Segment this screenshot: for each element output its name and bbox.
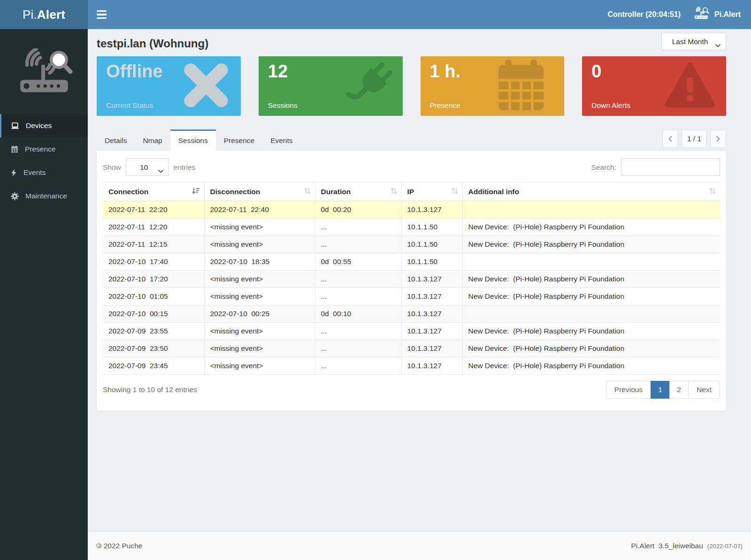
cell-info bbox=[462, 305, 720, 323]
device-indicator: Pi.Alert bbox=[693, 7, 741, 23]
table-row: 2022-07-10 01:05<missing event>...10.1.3… bbox=[103, 288, 720, 305]
version-date: (2022-07-07) bbox=[707, 543, 743, 550]
cell-connection: 2022-07-10 00:15 bbox=[103, 305, 204, 323]
tab-details[interactable]: Details bbox=[97, 129, 135, 151]
sidebar-item-maintenance[interactable]: Maintenance bbox=[0, 184, 88, 208]
page-2-button[interactable]: 2 bbox=[669, 381, 689, 399]
cell-duration: 0d 00:20 bbox=[315, 201, 401, 219]
period-select[interactable]: Last Month bbox=[661, 33, 726, 50]
device-label: Pi.Alert bbox=[714, 10, 741, 19]
cell-disconnection: <missing event> bbox=[204, 288, 315, 305]
sort-desc-icon bbox=[192, 188, 200, 197]
cell-ip: 10.1.3.127 bbox=[401, 357, 462, 375]
brand-bold: Alert bbox=[37, 8, 65, 22]
cell-disconnection: <missing event> bbox=[204, 271, 315, 288]
cell-connection: 2022-07-11 12:20 bbox=[103, 219, 204, 236]
copyright-text: © 2022 Puche bbox=[96, 542, 142, 550]
page-1-button[interactable]: 1 bbox=[651, 381, 670, 399]
table-row: 2022-07-09 23:50<missing event>...10.1.3… bbox=[103, 340, 720, 357]
next-page-button[interactable]: Next bbox=[688, 381, 720, 399]
sidebar-item-presence[interactable]: Presence bbox=[0, 137, 88, 161]
tab-nmap[interactable]: Nmap bbox=[135, 129, 170, 151]
show-label: Show bbox=[103, 163, 121, 172]
cell-ip: 10.1.3.127 bbox=[401, 201, 462, 219]
cell-info: New Device: (Pi-Hole) Raspberry Pi Found… bbox=[462, 219, 720, 236]
tab-presence[interactable]: Presence bbox=[216, 129, 262, 151]
calendar-icon bbox=[11, 145, 18, 153]
pager-prev-button[interactable] bbox=[662, 130, 678, 148]
table-info: Showing 1 to 10 of 12 entries bbox=[103, 386, 197, 394]
cell-info: New Device: (Pi-Hole) Raspberry Pi Found… bbox=[462, 357, 720, 375]
table-pagination: Previous 1 2 Next bbox=[606, 381, 720, 399]
cell-ip: 10.1.3.127 bbox=[401, 288, 462, 305]
cell-ip: 10.1.3.127 bbox=[401, 323, 462, 340]
cell-duration: ... bbox=[315, 323, 401, 340]
cell-duration: ... bbox=[315, 236, 401, 253]
cell-disconnection: <missing event> bbox=[204, 323, 315, 340]
column-header-duration[interactable]: Duration bbox=[315, 183, 401, 201]
chevron-down-icon bbox=[715, 41, 720, 49]
table-row: 2022-07-11 12:15<missing event>...10.1.1… bbox=[103, 236, 720, 253]
card-presence[interactable]: 1 h. Presence bbox=[421, 56, 565, 116]
sidebar-item-events[interactable]: Events bbox=[0, 161, 88, 184]
column-header-ip[interactable]: IP bbox=[401, 183, 462, 201]
router-scan-icon bbox=[693, 7, 710, 23]
sort-icon bbox=[452, 188, 458, 197]
tab-sessions[interactable]: Sessions bbox=[170, 129, 216, 151]
sidebar-item-devices[interactable]: Devices bbox=[0, 114, 88, 137]
cell-disconnection: 2022-07-11 22:40 bbox=[204, 201, 315, 219]
cell-info bbox=[462, 253, 720, 271]
search-input[interactable] bbox=[621, 159, 720, 176]
page-length-select[interactable]: 10 bbox=[126, 159, 169, 176]
x-icon bbox=[182, 61, 230, 112]
table-row: 2022-07-10 00:152022-07-10 00:250d 00:10… bbox=[103, 305, 720, 323]
table-row: 2022-07-10 17:20<missing event>...10.1.3… bbox=[103, 271, 720, 288]
version-info: Pi.Alert 3.5_leiweibau (2022-07-07) bbox=[631, 542, 743, 550]
topbar: Pi.Alert Controller (20:04:51) bbox=[0, 0, 751, 29]
cell-ip: 10.1.3.127 bbox=[401, 271, 462, 288]
brand-logo[interactable]: Pi.Alert bbox=[0, 0, 88, 29]
cell-connection: 2022-07-10 17:40 bbox=[103, 253, 204, 271]
navbar: Controller (20:04:51) bbox=[88, 0, 751, 29]
chevron-right-icon bbox=[716, 136, 720, 142]
column-header-disconnection[interactable]: Disconnection bbox=[204, 183, 315, 201]
warning-icon bbox=[664, 62, 716, 111]
pager-next-button[interactable] bbox=[710, 130, 726, 148]
column-header-connection[interactable]: Connection bbox=[103, 183, 204, 201]
card-down-alerts[interactable]: 0 Down Alerts bbox=[582, 56, 726, 116]
plug-icon bbox=[342, 58, 397, 115]
app-window: Pi.Alert Controller (20:04:51) bbox=[0, 0, 751, 560]
previous-page-button[interactable]: Previous bbox=[606, 381, 651, 399]
cell-disconnection: <missing event> bbox=[204, 219, 315, 236]
sort-icon bbox=[304, 188, 311, 197]
tab-events[interactable]: Events bbox=[262, 129, 300, 151]
chevron-down-icon bbox=[158, 166, 163, 175]
page-content: testpi.lan (Wohnung) Last Month Offline … bbox=[88, 29, 751, 531]
cell-duration: ... bbox=[315, 219, 401, 236]
navbar-right: Controller (20:04:51) bbox=[607, 7, 751, 23]
cell-connection: 2022-07-10 17:20 bbox=[103, 271, 204, 288]
search-label: Search: bbox=[591, 163, 616, 172]
card-label: Sessions bbox=[268, 101, 298, 110]
controller-link[interactable]: Controller (20:04:51) bbox=[607, 10, 681, 19]
sort-icon bbox=[391, 188, 397, 197]
entries-label: entries bbox=[174, 163, 196, 172]
cell-connection: 2022-07-09 23:55 bbox=[103, 323, 204, 340]
card-current-status[interactable]: Offline Current Status bbox=[97, 56, 241, 116]
card-label: Down Alerts bbox=[591, 101, 630, 110]
sessions-table-body: 2022-07-11 22:202022-07-11 22:400d 00:20… bbox=[103, 201, 720, 375]
copyleft-symbol: © bbox=[96, 542, 101, 550]
hamburger-icon[interactable] bbox=[97, 0, 115, 29]
cell-connection: 2022-07-10 01:05 bbox=[103, 288, 204, 305]
sort-icon bbox=[709, 188, 716, 197]
column-header-additional-info[interactable]: Additional info bbox=[462, 183, 720, 201]
cell-info: New Device: (Pi-Hole) Raspberry Pi Found… bbox=[462, 323, 720, 340]
card-sessions[interactable]: 12 Sessions bbox=[259, 56, 403, 116]
cell-duration: ... bbox=[315, 357, 401, 375]
cell-connection: 2022-07-11 22:20 bbox=[103, 201, 204, 219]
brand-prefix: Pi. bbox=[23, 8, 37, 22]
table-row: 2022-07-09 23:55<missing event>...10.1.3… bbox=[103, 323, 720, 340]
search-control: Search: bbox=[591, 159, 720, 176]
sidebar: Devices Presence bbox=[0, 29, 88, 560]
cell-info: New Device: (Pi-Hole) Raspberry Pi Found… bbox=[462, 288, 720, 305]
